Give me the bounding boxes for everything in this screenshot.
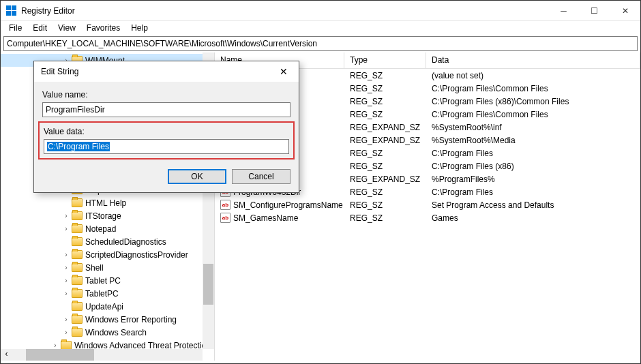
minimize-button[interactable]: ─: [548, 1, 579, 21]
tree-expander-icon[interactable]: ›: [62, 264, 70, 272]
value-type: REG_SZ: [344, 110, 426, 119]
tree-expander-icon[interactable]: ›: [62, 290, 70, 298]
menu-view[interactable]: View: [53, 22, 81, 34]
cancel-button[interactable]: Cancel: [232, 169, 290, 184]
app-icon: [6, 5, 17, 16]
dialog-title: Edit String: [41, 67, 78, 76]
list-row[interactable]: abSM_ConfigureProgramsNameREG_SZSet Prog…: [215, 198, 640, 211]
tree-hscroll[interactable]: ‹: [1, 349, 203, 361]
value-type: REG_SZ: [344, 187, 426, 197]
folder-icon: [72, 289, 83, 298]
folder-icon: [72, 237, 83, 246]
menu-file[interactable]: File: [3, 22, 27, 34]
tree-vscroll-thumb[interactable]: [203, 264, 213, 305]
folder-icon: [72, 211, 83, 220]
dialog-titlebar[interactable]: Edit String ✕: [34, 61, 299, 82]
tree-item[interactable]: ›ScriptedDiagnosticsProvider: [1, 248, 214, 261]
tree-item[interactable]: ScheduledDiagnostics: [1, 235, 214, 248]
value-data: C:\Program Files (x86): [426, 162, 640, 171]
dialog-body: Value name: Value data: C:\Program Files…: [34, 82, 299, 192]
tree-item[interactable]: ›TabletPC: [1, 287, 214, 300]
value-type: REG_EXPAND_SZ: [344, 175, 426, 184]
value-type: REG_SZ: [344, 149, 426, 158]
tree-expander-icon[interactable]: ›: [62, 251, 70, 259]
tree-label: HTML Help: [85, 198, 126, 208]
tree-label: Shell: [85, 263, 104, 273]
tree-hscroll-thumb[interactable]: [26, 349, 94, 361]
tree-expander-icon[interactable]: ›: [62, 316, 70, 324]
value-data: (value not set): [426, 71, 640, 80]
menu-favorites[interactable]: Favorites: [81, 22, 125, 34]
value-data: %ProgramFiles%: [426, 175, 640, 184]
value-data-highlight: Value data: C:\Program Files: [38, 121, 295, 160]
maximize-button[interactable]: ☐: [579, 1, 610, 21]
menu-help[interactable]: Help: [125, 22, 153, 34]
value-data: Set Program Access and Defaults: [426, 200, 640, 210]
tree-item[interactable]: UpdateApi: [1, 300, 214, 313]
tree-item[interactable]: ›Windows Error Reporting: [1, 313, 214, 326]
value-type: REG_SZ: [344, 213, 426, 223]
folder-icon: [72, 250, 83, 259]
tree-label: Windows Error Reporting: [85, 315, 177, 324]
tree-item[interactable]: ›Notepad: [1, 222, 214, 235]
folder-icon: [72, 328, 83, 337]
tree-label: ITStorage: [85, 211, 121, 221]
window-controls: ─ ☐ ✕: [548, 1, 640, 21]
address-bar[interactable]: Computer\HKEY_LOCAL_MACHINE\SOFTWARE\Mic…: [3, 36, 638, 51]
value-type: REG_SZ: [344, 162, 426, 171]
tree-expander-icon[interactable]: ›: [62, 225, 70, 233]
tree-item[interactable]: ›ITStorage: [1, 209, 214, 222]
value-data: Games: [426, 213, 640, 223]
tree-expander-icon[interactable]: ›: [62, 212, 70, 220]
menu-edit[interactable]: Edit: [27, 22, 53, 34]
dialog-close-button[interactable]: ✕: [270, 66, 297, 77]
value-type: REG_EXPAND_SZ: [344, 136, 426, 145]
tree-label: UpdateApi: [85, 302, 123, 312]
value-data-input[interactable]: C:\Program Files: [44, 139, 289, 154]
folder-icon: [72, 276, 83, 285]
tree-label: Windows Search: [85, 328, 147, 337]
tree-item[interactable]: ›Tablet PC: [1, 274, 214, 287]
value-name-input[interactable]: [42, 102, 290, 117]
tree-expander-icon[interactable]: ›: [51, 342, 59, 350]
string-value-icon: ab: [220, 213, 230, 223]
tree-expander-icon: [62, 199, 70, 207]
folder-icon: [72, 315, 83, 324]
value-data: C:\Program Files: [426, 149, 640, 158]
col-type-header[interactable]: Type: [344, 52, 426, 68]
tree-item[interactable]: ›Shell: [1, 261, 214, 274]
value-data: %SystemRoot%\Media: [426, 136, 640, 145]
edit-string-dialog: Edit String ✕ Value name: Value data: C:…: [33, 61, 299, 193]
tree-item[interactable]: HTML Help: [1, 196, 214, 209]
tree-expander-icon[interactable]: ›: [62, 277, 70, 285]
value-data: C:\Program Files\Common Files: [426, 110, 640, 119]
value-data: C:\Program Files: [426, 187, 640, 197]
string-value-icon: ab: [220, 200, 230, 210]
value-data-selected: C:\Program Files: [47, 142, 110, 151]
value-type: REG_SZ: [344, 97, 426, 106]
close-button[interactable]: ✕: [610, 1, 640, 21]
value-type: REG_SZ: [344, 84, 426, 93]
tree-expander-icon: [62, 303, 70, 311]
value-data-label: Value data:: [44, 127, 289, 136]
tree-label: ScriptedDiagnosticsProvider: [85, 250, 188, 260]
value-name-label: Value name:: [42, 90, 290, 100]
tree-item[interactable]: ›Windows Search: [1, 326, 214, 339]
list-row[interactable]: abSM_GamesNameREG_SZGames: [215, 211, 640, 224]
ok-button[interactable]: OK: [168, 169, 226, 184]
value-data: C:\Program Files (x86)\Common Files: [426, 97, 640, 106]
col-data-header[interactable]: Data: [426, 52, 640, 68]
folder-icon: [72, 224, 83, 233]
tree-label: Notepad: [85, 224, 116, 234]
value-name: SM_ConfigureProgramsName: [233, 200, 343, 210]
titlebar: Registry Editor ─ ☐ ✕: [1, 1, 640, 21]
value-type: REG_SZ: [344, 71, 426, 80]
dialog-buttons: OK Cancel: [42, 169, 290, 184]
tree-expander-icon[interactable]: ›: [62, 329, 70, 337]
tree-expander-icon: [62, 238, 70, 246]
value-name: SM_GamesName: [233, 213, 298, 223]
value-data: %SystemRoot%\inf: [426, 123, 640, 132]
tree-label: TabletPC: [85, 289, 119, 299]
value-type: REG_SZ: [344, 200, 426, 210]
value-data: C:\Program Files\Common Files: [426, 84, 640, 93]
